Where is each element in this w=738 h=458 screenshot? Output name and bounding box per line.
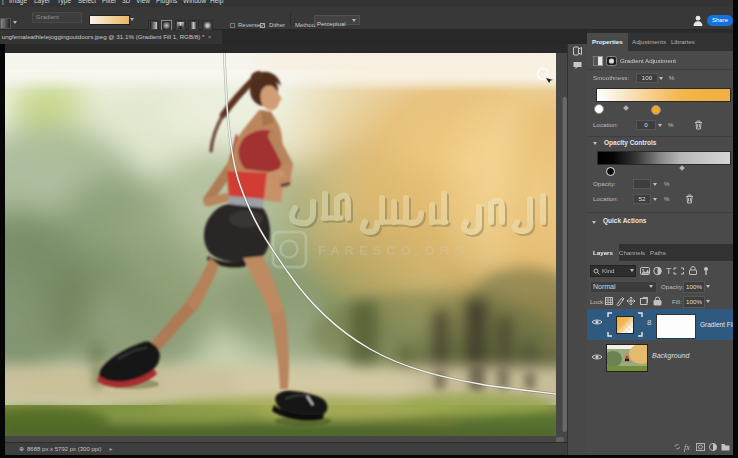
svg-text:T: T bbox=[666, 266, 672, 276]
svg-text:fx: fx bbox=[684, 443, 690, 452]
svg-text:FARESCO.ORG: FARESCO.ORG bbox=[318, 243, 469, 258]
